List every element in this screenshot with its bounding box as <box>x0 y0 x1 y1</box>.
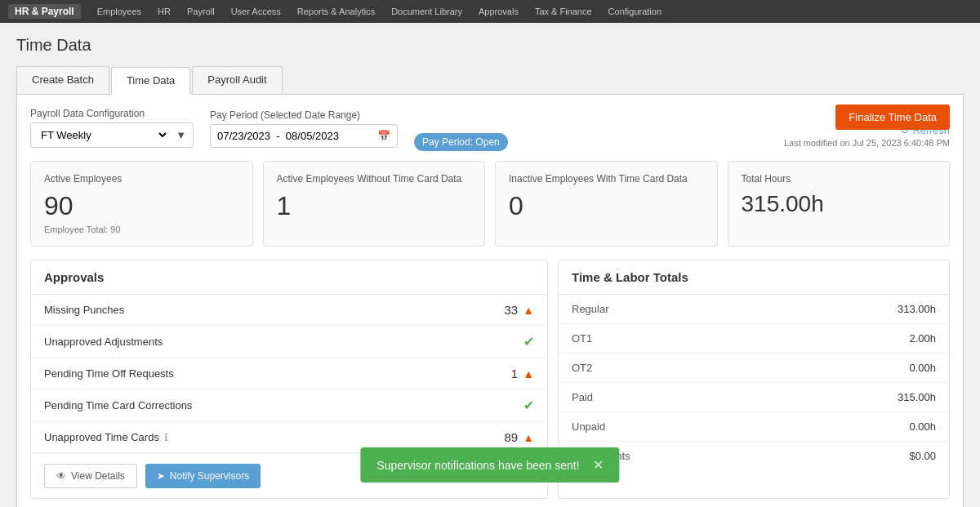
approval-unapproved-time-cards-value: 89 ▲ <box>504 430 534 444</box>
approval-time-card-corrections[interactable]: Pending Time Card Corrections ✔ <box>31 389 547 422</box>
unapproved-time-cards-count: 89 <box>504 430 518 444</box>
nav-hr[interactable]: HR <box>158 7 171 16</box>
toast-notification: Supervisor notifications have been sent!… <box>360 447 619 483</box>
labor-paid-value: 315.00h <box>898 391 936 403</box>
stat-without-time-card-title: Active Employees Without Time Card Data <box>277 173 472 185</box>
labor-ot1-label: OT1 <box>572 332 592 345</box>
labor-regular: Regular 313.00h <box>559 295 949 324</box>
labor-ot2-label: OT2 <box>572 362 592 374</box>
approval-time-card-corrections-label: Pending Time Card Corrections <box>44 399 192 411</box>
warning-icon-3: ▲ <box>523 431 534 444</box>
date-range-input[interactable] <box>211 125 371 147</box>
labor-ot1-value: 2.00h <box>909 332 936 345</box>
approval-missing-punches-value: 33 ▲ <box>504 303 534 317</box>
labor-ot2: OT2 0.00h <box>559 354 949 383</box>
tab-time-data[interactable]: Time Data <box>111 67 190 95</box>
config-row: Payroll Data Configuration FT Weekly ▼ P… <box>30 108 950 148</box>
stat-total-hours-value: 315.00h <box>742 191 937 217</box>
time-off-count: 1 <box>511 367 518 380</box>
warning-icon: ▲ <box>523 304 534 317</box>
labor-regular-value: 313.00h <box>898 303 936 315</box>
notify-supervisors-label: Notify Supervisors <box>170 470 249 482</box>
stat-active-employees-title: Active Employees <box>44 173 239 185</box>
stat-inactive-with-time-card-value: 0 <box>509 191 704 221</box>
labor-paid-label: Paid <box>572 391 593 403</box>
approval-time-off-label: Pending Time Off Requests <box>44 367 174 380</box>
labor-adjustments-value: $0.00 <box>909 450 936 462</box>
labor-unpaid-label: Unpaid <box>572 420 605 433</box>
stat-total-hours: Total Hours 315.00h <box>728 161 951 247</box>
approvals-header: Approvals <box>31 260 547 295</box>
nav-approvals[interactable]: Approvals <box>479 7 519 16</box>
labor-header: Time & Labor Totals <box>559 260 949 295</box>
payroll-config-select-wrapper[interactable]: FT Weekly ▼ <box>30 122 194 148</box>
tab-payroll-audit[interactable]: Payroll Audit <box>192 66 282 94</box>
calendar-icon[interactable]: 📅 <box>371 125 397 147</box>
page-title: Time Data <box>16 36 964 55</box>
view-details-button[interactable]: 👁 View Details <box>44 464 137 488</box>
tabs-bar: Create Batch Time Data Payroll Audit <box>16 66 964 95</box>
toast-message: Supervisor notifications have been sent! <box>376 459 579 472</box>
approval-unapproved-adjustments-value: ✔ <box>523 334 534 349</box>
notify-supervisors-button[interactable]: ➤ Notify Supervisors <box>145 464 261 488</box>
main-container: Time Data Create Batch Time Data Payroll… <box>0 23 980 507</box>
stat-active-employees: Active Employees 90 Employee Total: 90 <box>30 161 253 247</box>
last-modified-text: Last modified on Jul 25, 2023 6:40:48 PM <box>784 138 950 148</box>
nav-user-access[interactable]: User Access <box>231 7 281 16</box>
toast-close-button[interactable]: ✕ <box>593 457 604 473</box>
notify-icon: ➤ <box>157 470 165 482</box>
labor-ot2-value: 0.00h <box>909 362 936 374</box>
approval-missing-punches-label: Missing Punches <box>44 304 124 316</box>
approval-missing-punches[interactable]: Missing Punches 33 ▲ <box>31 295 547 326</box>
nav-payroll[interactable]: Payroll <box>187 7 215 16</box>
pay-period-badge-wrapper: Pay Period: Open <box>414 136 508 148</box>
approval-unapproved-adjustments-label: Unapproved Adjustments <box>44 336 163 348</box>
info-icon[interactable]: ℹ <box>164 432 168 443</box>
payroll-config-label: Payroll Data Configuration <box>30 108 194 119</box>
finalize-button[interactable]: Finalize Time Data <box>835 105 950 130</box>
approval-unapproved-adjustments[interactable]: Unapproved Adjustments ✔ <box>31 326 547 358</box>
stat-total-hours-title: Total Hours <box>742 173 937 185</box>
approval-unapproved-time-cards-label: Unapproved Time Cards ℹ <box>44 431 168 443</box>
nav-employees[interactable]: Employees <box>97 7 141 16</box>
brand-label: HR & Payroll <box>8 4 81 19</box>
nav-document-library[interactable]: Document Library <box>391 7 462 16</box>
approval-time-card-corrections-value: ✔ <box>523 398 534 413</box>
nav-reports[interactable]: Reports & Analytics <box>297 7 375 16</box>
labor-regular-label: Regular <box>572 303 609 315</box>
payroll-config-group: Payroll Data Configuration FT Weekly ▼ <box>30 108 194 148</box>
warning-icon-2: ▲ <box>523 367 534 380</box>
missing-punches-count: 33 <box>504 303 518 317</box>
labor-paid: Paid 315.00h <box>559 383 949 412</box>
chevron-down-icon: ▼ <box>169 124 193 146</box>
eye-icon: 👁 <box>56 470 66 482</box>
pay-period-label: Pay Period (Selected Date Range) <box>210 109 398 121</box>
stat-without-time-card-value: 1 <box>277 191 472 221</box>
date-range-wrapper[interactable]: 📅 <box>210 124 398 148</box>
pay-period-badge: Pay Period: Open <box>414 133 508 151</box>
approval-time-off-requests[interactable]: Pending Time Off Requests 1 ▲ <box>31 358 547 389</box>
labor-ot1: OT1 2.00h <box>559 324 949 354</box>
check-icon-2: ✔ <box>523 398 534 413</box>
labor-unpaid: Unpaid 0.00h <box>559 412 949 442</box>
stat-inactive-with-time-card-title: Inactive Employees With Time Card Data <box>509 173 704 185</box>
stat-without-time-card: Active Employees Without Time Card Data … <box>263 161 486 247</box>
top-nav: HR & Payroll Employees HR Payroll User A… <box>0 0 980 23</box>
pay-period-group: Pay Period (Selected Date Range) 📅 <box>210 109 398 148</box>
check-icon: ✔ <box>523 334 534 349</box>
nav-configuration[interactable]: Configuration <box>608 7 662 16</box>
payroll-config-select[interactable]: FT Weekly <box>31 123 169 147</box>
stat-inactive-with-time-card: Inactive Employees With Time Card Data 0 <box>495 161 718 247</box>
approval-time-off-value: 1 ▲ <box>511 367 534 380</box>
stats-row: Active Employees 90 Employee Total: 90 A… <box>30 161 950 247</box>
stat-active-employees-sub: Employee Total: 90 <box>44 225 239 234</box>
tab-create-batch[interactable]: Create Batch <box>16 66 109 94</box>
view-details-label: View Details <box>71 470 125 482</box>
labor-unpaid-value: 0.00h <box>909 420 936 433</box>
stat-active-employees-value: 90 <box>44 191 239 221</box>
content-area: Finalize Time Data Payroll Data Configur… <box>16 95 964 507</box>
nav-tax-finance[interactable]: Tax & Finance <box>535 7 592 16</box>
